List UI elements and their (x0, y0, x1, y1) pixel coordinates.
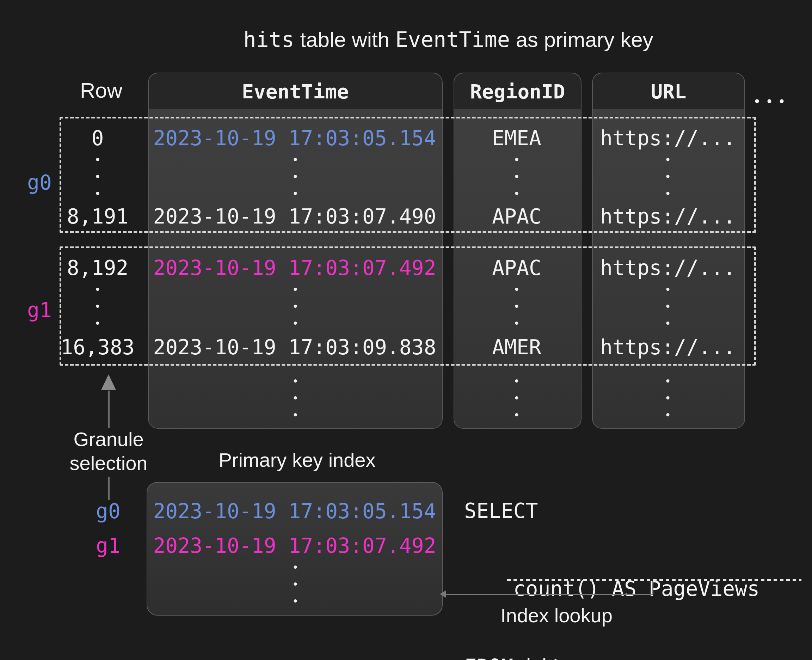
diagram-canvas: hits table with EventTime as primary key… (0, 0, 812, 660)
ellipsis-dots (515, 288, 518, 325)
url-column-header: URL (593, 73, 744, 109)
eventtime-column-header: EventTime (149, 73, 442, 109)
index-entry-label-g0: g0 (96, 499, 120, 523)
granule-selection-arrow-stem (108, 391, 109, 428)
granule-1-label: g1 (27, 298, 52, 322)
ellipsis-dots (666, 158, 670, 195)
ellipsis-dots (294, 379, 297, 416)
index-lookup-connector-horizontal (445, 594, 653, 595)
title-middle: table with (294, 28, 396, 51)
arrow-left-icon (440, 590, 446, 598)
regionid-cell: EMEA (492, 126, 541, 150)
ellipsis-dots (666, 288, 670, 325)
eventtime-cell: 2023-10-19 17:03:05.154 (153, 126, 436, 150)
arrow-up-icon (101, 374, 116, 390)
url-cell: https://... (600, 256, 736, 280)
sql-line: FROM hits (464, 654, 796, 660)
title-table-name: hits (243, 27, 294, 52)
row-number-cell: 8,191 (67, 205, 129, 228)
row-number-cell: 16,383 (61, 335, 135, 359)
index-entry-value-g0: 2023-10-19 17:03:05.154 (153, 499, 436, 523)
primary-key-index-title: Primary key index (174, 449, 421, 471)
ellipsis-dots (666, 379, 670, 416)
url-cell: https://... (600, 335, 736, 359)
ellipsis-dots (515, 158, 518, 195)
sql-line: SELECT (464, 498, 796, 524)
url-cell: https://... (600, 126, 736, 150)
where-condition-underline (507, 579, 801, 581)
diagram-title: hits table with EventTime as primary key (96, 27, 801, 52)
ellipsis-dots (96, 158, 100, 195)
title-suffix: as primary key (510, 28, 654, 51)
regionid-column-header: RegionID (454, 73, 581, 109)
title-key-name: EventTime (396, 27, 510, 52)
ellipsis-dots (294, 158, 297, 195)
index-entry-label-g1: g1 (96, 534, 120, 558)
eventtime-cell: 2023-10-19 17:03:09.838 (153, 335, 436, 359)
row-number-cell: 8,192 (67, 256, 129, 280)
ellipsis-dots (515, 379, 518, 416)
ellipsis-dots (294, 288, 297, 325)
more-columns-ellipsis-icon (755, 100, 784, 103)
regionid-cell: APAC (492, 256, 541, 280)
index-lookup-connector-vertical (652, 581, 654, 595)
sql-query: SELECT count() AS PageViews FROM hits WH… (464, 446, 796, 660)
eventtime-cell: 2023-10-19 17:03:07.492 (153, 256, 436, 280)
regionid-cell: AMER (492, 335, 541, 359)
ellipsis-dots (294, 565, 297, 603)
url-cell: https://... (600, 205, 736, 228)
eventtime-cell: 2023-10-19 17:03:07.490 (153, 205, 436, 228)
granule-selection-label: Granuleselection (38, 427, 179, 475)
index-entry-value-g1: 2023-10-19 17:03:07.492 (153, 534, 436, 558)
row-column-header: Row (80, 78, 122, 103)
row-number-cell: 0 (92, 126, 104, 150)
granule-selection-arrow-stem (108, 477, 109, 500)
ellipsis-dots (96, 288, 100, 325)
granule-0-label: g0 (27, 171, 52, 195)
regionid-cell: APAC (492, 205, 541, 228)
